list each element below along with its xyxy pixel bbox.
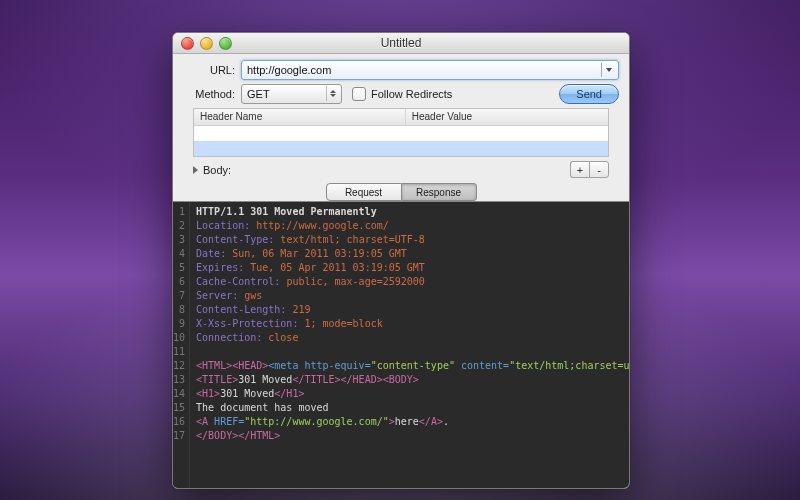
remove-header-button[interactable]: - [589, 161, 609, 178]
url-input[interactable]: http://google.com [241, 60, 619, 80]
app-window: Untitled URL: http://google.com Method: … [172, 32, 630, 489]
table-row[interactable] [194, 126, 608, 141]
desktop-background: Untitled URL: http://google.com Method: … [0, 0, 800, 500]
line-gutter: 1 2 3 4 5 6 7 8 9 10 11 12 13 14 15 16 1… [173, 202, 190, 488]
method-select[interactable]: GET [241, 84, 342, 104]
header-name-col[interactable]: Header Name [194, 109, 406, 125]
tab-bar: Request Response [183, 183, 619, 201]
body-disclosure-row: Body: + - [193, 161, 609, 178]
method-label: Method: [183, 88, 235, 100]
response-view[interactable]: 1 2 3 4 5 6 7 8 9 10 11 12 13 14 15 16 1… [173, 201, 629, 488]
follow-redirects-checkbox[interactable] [352, 87, 366, 101]
tab-request[interactable]: Request [326, 183, 402, 201]
response-source[interactable]: HTTP/1.1 301 Moved Permanently Location:… [190, 202, 629, 488]
window-title: Untitled [173, 36, 629, 50]
body-label: Body: [203, 164, 231, 176]
header-value-col[interactable]: Header Value [406, 109, 608, 125]
method-value: GET [247, 88, 270, 100]
follow-redirects-label: Follow Redirects [371, 88, 452, 100]
stepper-arrows-icon[interactable] [326, 86, 339, 101]
tab-response[interactable]: Response [402, 183, 477, 201]
disclosure-triangle-icon[interactable] [193, 166, 198, 174]
add-remove-stepper: + - [570, 161, 609, 178]
request-form: URL: http://google.com Method: GET Follo… [173, 54, 629, 201]
table-row[interactable] [194, 141, 608, 156]
headers-table[interactable]: Header Name Header Value [193, 108, 609, 157]
titlebar[interactable]: Untitled [173, 33, 629, 54]
headers-table-head: Header Name Header Value [194, 109, 608, 126]
url-value: http://google.com [247, 64, 331, 76]
chevron-down-icon[interactable] [601, 63, 616, 77]
add-header-button[interactable]: + [570, 161, 589, 178]
url-label: URL: [183, 64, 235, 76]
headers-table-body[interactable] [194, 126, 608, 156]
send-button[interactable]: Send [559, 84, 619, 104]
